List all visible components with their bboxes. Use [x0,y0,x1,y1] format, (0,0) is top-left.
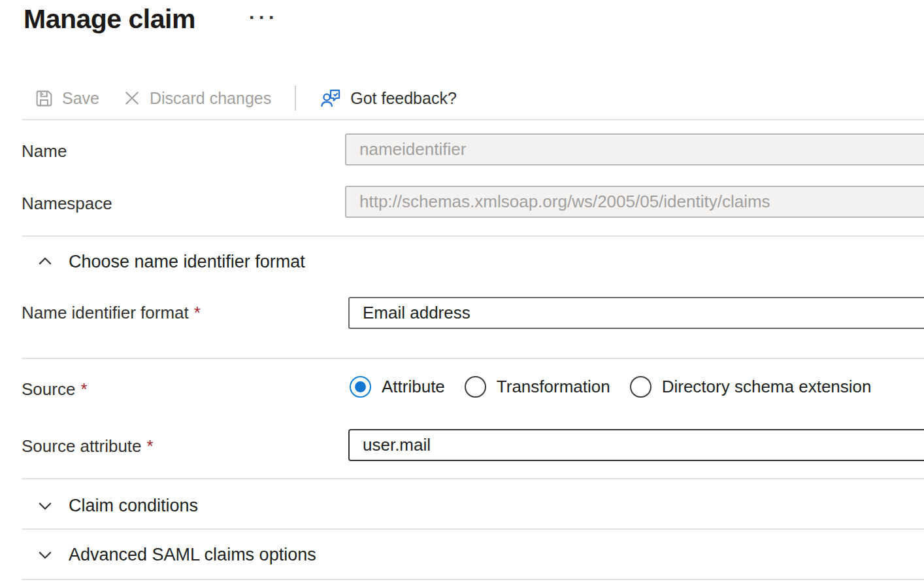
radio-directory-schema-extension[interactable]: Directory schema extension [630,376,872,398]
required-asterisk: * [147,436,154,456]
source-attribute-combobox[interactable]: user.mail [348,429,924,461]
command-bar: Save Discard changes Got feedback? [35,82,457,114]
name-label: Name [22,140,67,162]
discard-changes-label: Discard changes [150,89,271,108]
name-identifier-format-label: Name identifier format* [22,302,201,324]
save-icon [35,89,54,108]
section-label: Advanced SAML claims options [69,545,316,565]
source-attribute-label: Source attribute* [22,435,154,457]
radio-attribute[interactable]: Attribute [350,376,445,398]
section-claim-conditions[interactable]: Claim conditions [35,495,198,516]
name-input: nameidentifier [345,133,924,165]
divider [22,478,924,479]
source-radio-group: Attribute Transformation Directory schem… [350,376,872,398]
section-advanced-saml-claims-options[interactable]: Advanced SAML claims options [35,544,316,565]
name-identifier-format-dropdown[interactable]: Email address [348,297,924,329]
radio-circle-icon [630,376,652,398]
section-label: Choose name identifier format [69,252,305,272]
feedback-person-icon [320,88,342,109]
section-choose-name-identifier-format[interactable]: Choose name identifier format [35,251,305,272]
page-title: Manage claim [24,4,195,35]
more-menu-button[interactable]: ··· [249,7,278,29]
chevron-down-icon [35,544,56,565]
discard-changes-button[interactable]: Discard changes [123,89,271,108]
manage-claim-pane: Manage claim ··· Save Discard changes [0,0,924,586]
save-button-label: Save [62,89,99,108]
namespace-input: http://schemas.xmlsoap.org/ws/2005/05/id… [345,186,924,218]
radio-transformation[interactable]: Transformation [465,376,610,398]
radio-circle-icon [350,376,371,398]
chevron-down-icon [35,495,56,516]
divider [22,528,924,530]
required-asterisk: * [194,303,201,322]
section-label: Claim conditions [69,496,198,516]
source-label: Source* [22,378,88,400]
divider [22,119,924,120]
required-asterisk: * [80,379,87,399]
divider [22,235,924,237]
got-feedback-label: Got feedback? [350,89,457,108]
got-feedback-button[interactable]: Got feedback? [320,88,457,109]
toolbar-separator [295,86,296,111]
divider [22,579,924,580]
discard-x-icon [123,89,141,107]
divider [22,358,924,359]
save-button[interactable]: Save [35,89,99,108]
namespace-label: Namespace [22,192,112,215]
chevron-up-icon [35,251,56,272]
radio-circle-icon [465,376,486,398]
